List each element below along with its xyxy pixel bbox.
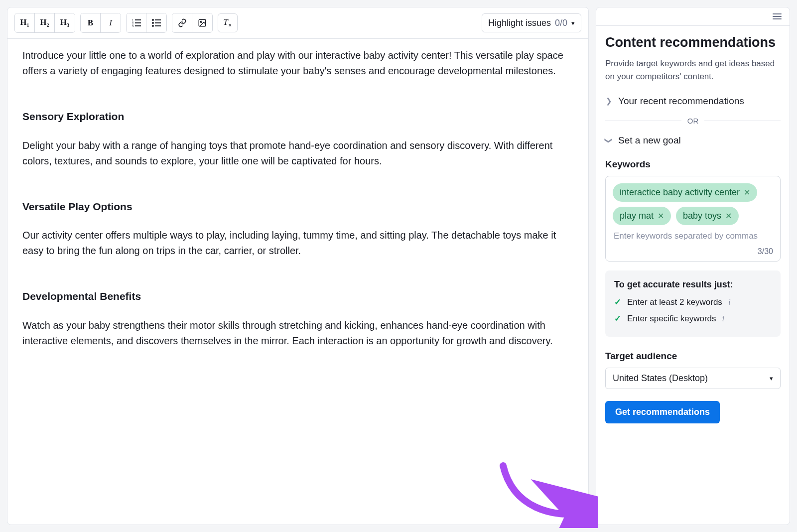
keywords-count: 3/30 (758, 247, 773, 256)
clear-format-button[interactable]: T✕ (218, 13, 238, 32)
unordered-list-icon (152, 19, 161, 27)
keywords-label: Keywords (605, 159, 781, 170)
target-audience-label: Target audience (605, 351, 781, 362)
clear-format-icon: T✕ (223, 17, 232, 28)
chevron-down-icon: ▾ (571, 19, 575, 27)
highlight-issues-toggle[interactable]: Highlight issues 0/0 ▾ (482, 13, 581, 32)
get-recommendations-button[interactable]: Get recommendations (605, 401, 720, 423)
style-group: B I (80, 13, 121, 33)
list-group: 123 (126, 13, 167, 33)
image-button[interactable] (192, 13, 212, 32)
remove-tag-icon[interactable]: ✕ (744, 188, 750, 197)
recent-recommendations-toggle[interactable]: ❯ Your recent recommendations (605, 93, 781, 110)
ordered-list-button[interactable]: 123 (127, 13, 146, 32)
keyword-tag-label: baby toys (683, 211, 721, 221)
keywords-input[interactable] (613, 225, 773, 244)
italic-button[interactable]: I (101, 13, 121, 32)
or-divider: OR (605, 117, 781, 125)
chevron-right-icon: ❯ (605, 97, 612, 106)
editor-paragraph: Watch as your baby strengthens their mot… (22, 318, 573, 349)
h3-icon: H3 (60, 17, 69, 28)
heading-1-button[interactable]: H1 (15, 13, 35, 32)
svg-rect-5 (135, 25, 141, 26)
svg-point-13 (200, 21, 202, 22)
keyword-tag: interactice baby activity center ✕ (613, 183, 757, 202)
bold-button[interactable]: B (81, 13, 101, 32)
svg-rect-11 (155, 25, 161, 26)
heading-group: H1 H2 H3 (14, 13, 75, 33)
heading-3-button[interactable]: H3 (55, 13, 75, 32)
italic-icon: I (109, 18, 112, 28)
info-icon[interactable]: i (728, 297, 731, 307)
set-new-goal-toggle[interactable]: ❯ Set a new goal (605, 132, 781, 149)
chevron-down-icon: ▾ (770, 375, 773, 382)
check-icon: ✓ (614, 313, 621, 324)
editor-panel: H1 H2 H3 B I 123 (7, 7, 589, 525)
tip-text: Enter at least 2 keywords (627, 297, 722, 307)
keywords-input-box[interactable]: interactice baby activity center ✕ play … (605, 176, 781, 262)
svg-point-10 (152, 25, 154, 27)
keyword-tag: baby toys ✕ (676, 207, 739, 225)
info-icon[interactable]: i (722, 314, 725, 324)
editor-heading: Sensory Exploration (22, 109, 573, 125)
recent-recommendations-label: Your recent recommendations (618, 96, 744, 107)
keyword-tag-label: play mat (620, 211, 654, 221)
highlight-issues-label: Highlight issues (488, 18, 551, 28)
heading-2-button[interactable]: H2 (35, 13, 55, 32)
editor-paragraph: Delight your baby with a range of hangin… (22, 138, 573, 169)
svg-point-6 (152, 19, 154, 21)
editor-content[interactable]: Introduce your little one to a world of … (7, 39, 588, 374)
svg-rect-9 (155, 22, 161, 23)
svg-rect-1 (135, 19, 141, 20)
editor-paragraph: Introduce your little one to a world of … (22, 48, 573, 79)
svg-text:3: 3 (132, 25, 134, 27)
editor-paragraph: Our activity center offers multiple ways… (22, 228, 573, 259)
target-audience-select[interactable]: United States (Desktop) ▾ (605, 368, 781, 389)
recommendations-panel: Content recommendations Provide target k… (596, 7, 790, 525)
image-icon (198, 18, 207, 27)
editor-heading: Developmental Benefits (22, 288, 573, 305)
bold-icon: B (88, 18, 93, 28)
tips-heading: To get accurate results just: (614, 279, 772, 290)
keyword-tags: interactice baby activity center ✕ play … (613, 183, 773, 225)
chevron-down-icon: ❯ (604, 137, 613, 144)
tips-box: To get accurate results just: ✓ Enter at… (605, 270, 781, 337)
svg-point-8 (152, 22, 154, 24)
tip-text: Enter specific keywords (627, 314, 716, 324)
link-icon (178, 18, 187, 27)
h2-icon: H2 (40, 17, 49, 28)
remove-tag-icon[interactable]: ✕ (725, 211, 732, 221)
remove-tag-icon[interactable]: ✕ (658, 211, 664, 221)
target-audience-value: United States (Desktop) (613, 373, 708, 384)
tip-row: ✓ Enter specific keywords i (614, 313, 772, 324)
keyword-tag-label: interactice baby activity center (620, 187, 740, 198)
check-icon: ✓ (614, 297, 621, 307)
keyword-tag: play mat ✕ (613, 207, 671, 225)
editor-toolbar: H1 H2 H3 B I 123 (7, 7, 588, 39)
link-button[interactable] (172, 13, 192, 32)
unordered-list-button[interactable] (146, 13, 166, 32)
h1-icon: H1 (20, 17, 29, 28)
ordered-list-icon: 123 (132, 19, 141, 27)
insert-group (172, 13, 213, 33)
or-label: OR (687, 117, 699, 125)
tip-row: ✓ Enter at least 2 keywords i (614, 297, 772, 307)
side-header (596, 7, 790, 26)
set-new-goal-label: Set a new goal (618, 135, 681, 146)
editor-heading: Versatile Play Options (22, 199, 573, 215)
highlight-issues-count: 0/0 (555, 18, 567, 28)
svg-rect-7 (155, 19, 161, 20)
panel-subtitle: Provide target keywords and get ideas ba… (605, 57, 781, 83)
panel-title: Content recommendations (605, 35, 781, 50)
panel-menu-button[interactable] (773, 13, 782, 19)
svg-rect-3 (135, 22, 141, 23)
